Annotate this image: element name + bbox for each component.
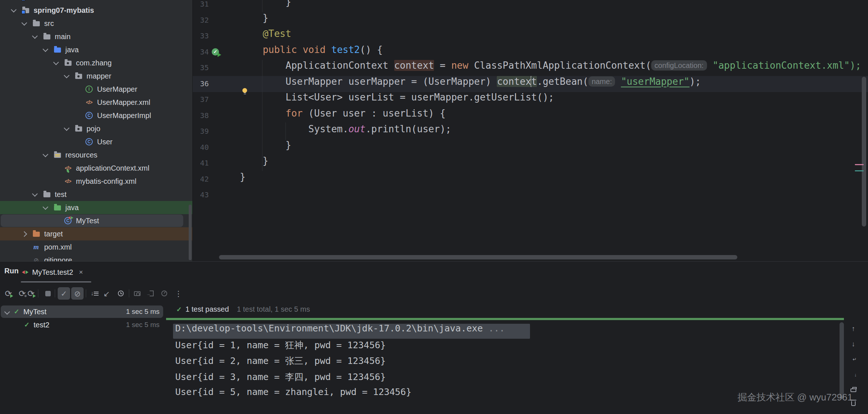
import-tests-button[interactable] bbox=[146, 287, 157, 300]
rerun-button[interactable]: ⟳ bbox=[3, 287, 14, 300]
run-tab[interactable]: MyTest.test2 × bbox=[22, 264, 83, 281]
code-line-42[interactable]: } bbox=[240, 171, 246, 187]
chevron-down-icon[interactable] bbox=[22, 20, 27, 26]
chevron-down-icon[interactable] bbox=[64, 125, 70, 131]
spring-config-icon: </> bbox=[65, 165, 71, 171]
editor-horizontal-scrollbar[interactable] bbox=[219, 255, 737, 259]
chevron-down-icon[interactable] bbox=[43, 204, 49, 210]
coverage-button[interactable] bbox=[159, 287, 170, 300]
next-occurrence-icon[interactable]: ↓ bbox=[848, 339, 859, 349]
tab-underline bbox=[21, 281, 91, 282]
chevron-down-icon[interactable] bbox=[32, 33, 38, 39]
tests-passed-label: 1 test passed bbox=[185, 305, 229, 313]
tree-item-test[interactable]: test bbox=[0, 188, 192, 201]
chevron-down-icon[interactable] bbox=[11, 7, 17, 13]
xml-file-icon: </> bbox=[65, 178, 71, 184]
tree-item-pom.xml[interactable]: mpom.xml bbox=[0, 240, 192, 254]
chevron-down-icon[interactable] bbox=[32, 191, 38, 197]
code-line-37[interactable]: List<User> userList = userMapper.getUser… bbox=[240, 92, 554, 108]
code-line-32[interactable]: } bbox=[240, 12, 268, 29]
code-line-38[interactable]: for (User user : userList) { bbox=[240, 108, 446, 124]
indent-guide bbox=[262, 0, 262, 12]
indent-guide bbox=[285, 122, 286, 140]
toggle-auto-test-button[interactable]: ⟳ bbox=[26, 287, 37, 300]
tree-item-spring07-mybatis[interactable]: spring07-mybatis bbox=[0, 4, 192, 17]
toolbar-divider bbox=[38, 289, 38, 297]
tree-item-mapper[interactable]: mapper bbox=[0, 69, 192, 83]
folder-icon bbox=[43, 34, 50, 39]
more-options-button[interactable]: ⋮ bbox=[173, 287, 184, 300]
tree-item-java[interactable]: java bbox=[0, 201, 192, 214]
soft-wrap-icon[interactable]: ↵ bbox=[848, 354, 859, 365]
tree-item-target[interactable]: target bbox=[0, 227, 192, 240]
code-line-34[interactable]: public void test2() { bbox=[240, 44, 383, 60]
tree-item-src[interactable]: src bbox=[0, 17, 192, 30]
test-progress-bar bbox=[166, 318, 844, 320]
scroll-to-end-icon[interactable]: ↓ bbox=[848, 370, 859, 380]
tree-item-resources[interactable]: resources bbox=[0, 148, 192, 162]
code-line-39[interactable]: System.out.println(user); bbox=[240, 124, 451, 140]
tree-item-label: mybatis-config.xml bbox=[76, 175, 137, 188]
tree-item-MyTest[interactable]: CMyTest bbox=[0, 214, 192, 227]
code-editor[interactable]: 31 }32 }33 @Test34✓ public void test2() … bbox=[193, 0, 868, 261]
tree-item-java[interactable]: java bbox=[0, 43, 192, 56]
run-test-gutter-icon[interactable]: ✓ bbox=[212, 48, 219, 56]
test-result-row-MyTest[interactable]: ✓MyTest1 sec 5 ms bbox=[0, 305, 166, 318]
code-line-36[interactable]: UserMapper userMapper = (UserMapper) con… bbox=[240, 76, 701, 92]
prev-occurrence-icon[interactable]: ↑ bbox=[848, 324, 859, 334]
code-line-41[interactable]: } bbox=[240, 155, 268, 171]
tree-item-com.zhang[interactable]: com.zhang bbox=[0, 56, 192, 69]
test-history-button[interactable] bbox=[115, 287, 126, 300]
close-icon[interactable]: × bbox=[79, 268, 83, 276]
tree-item-UserMapperImpl[interactable]: CUserMapperImpl bbox=[0, 109, 192, 122]
console-scrollbar[interactable] bbox=[840, 322, 844, 399]
tree-item-pojo[interactable]: pojo bbox=[0, 122, 192, 135]
show-ignored-toggle[interactable]: ⊘ bbox=[71, 287, 84, 300]
code-line-31[interactable]: } bbox=[240, 0, 291, 12]
chevron-down-icon[interactable] bbox=[53, 60, 59, 65]
chevron-down-icon[interactable] bbox=[43, 152, 49, 157]
tree-item-partial[interactable] bbox=[0, 0, 192, 4]
test-duration: 1 sec 5 ms bbox=[126, 305, 160, 318]
test-passed-icon: ✓ bbox=[24, 318, 30, 331]
chevron-down-icon[interactable] bbox=[43, 46, 49, 52]
line-number: 42 bbox=[193, 171, 209, 187]
stop-button[interactable] bbox=[42, 287, 53, 300]
chevron-down-icon[interactable] bbox=[64, 73, 70, 79]
line-number: 37 bbox=[193, 92, 209, 108]
test-summary: ✓1 test passed1 test total, 1 sec 5 ms bbox=[176, 305, 310, 318]
tree-item-mybatis-config.xml[interactable]: </>mybatis-config.xml bbox=[0, 175, 192, 188]
show-passed-toggle[interactable]: ✓ bbox=[58, 287, 70, 300]
sort-by-duration-button[interactable]: ↓ bbox=[89, 287, 100, 300]
collapse-all-button[interactable]: ↙ bbox=[101, 287, 112, 300]
code-line-35[interactable]: ApplicationContext context = new ClassPa… bbox=[240, 60, 861, 76]
inline-parameter-hint: name: bbox=[588, 76, 615, 87]
screenshot-button[interactable] bbox=[132, 287, 143, 300]
indent-guide bbox=[262, 60, 262, 171]
toolbar-divider bbox=[129, 289, 129, 297]
tree-item-UserMapper[interactable]: IUserMapper bbox=[0, 83, 192, 96]
code-line-40[interactable]: } bbox=[240, 140, 291, 156]
tree-item-User[interactable]: CUser bbox=[0, 135, 192, 148]
ide-window: { "colors":{"editor_bg":"#1e1f22","panel… bbox=[0, 0, 868, 414]
package-icon bbox=[75, 74, 82, 79]
tree-item-UserMapper.xml[interactable]: </>UserMapper.xml bbox=[0, 96, 192, 109]
inline-parameter-hint: configLocation: bbox=[651, 60, 707, 71]
ignored-file-icon: ⊘ bbox=[34, 257, 39, 261]
run-tab-label: MyTest.test2 bbox=[32, 268, 73, 277]
tree-scrollbar[interactable] bbox=[189, 205, 192, 260]
check-icon: ✓ bbox=[176, 306, 182, 313]
line-number: 31 bbox=[193, 0, 209, 12]
line-number: 40 bbox=[193, 140, 209, 156]
tree-item-label: resources bbox=[65, 148, 97, 162]
tree-item-label: com.zhang bbox=[76, 56, 112, 69]
test-result-row-test2[interactable]: ✓test21 sec 5 ms bbox=[0, 318, 166, 331]
chevron-right-icon[interactable] bbox=[22, 231, 27, 237]
tree-item-main[interactable]: main bbox=[0, 30, 192, 43]
editor-vertical-scrollbar[interactable] bbox=[862, 77, 866, 227]
project-tree-panel: spring07-mybatissrcmainjavacom.zhangmapp… bbox=[0, 0, 193, 261]
tree-item-gitignore[interactable]: ⊘gitignore bbox=[0, 254, 192, 261]
stripe-mark-teal bbox=[855, 170, 864, 171]
code-line-33[interactable]: @Test bbox=[240, 28, 291, 44]
tree-item-applicationContext.xml[interactable]: </>applicationContext.xml bbox=[0, 162, 192, 175]
